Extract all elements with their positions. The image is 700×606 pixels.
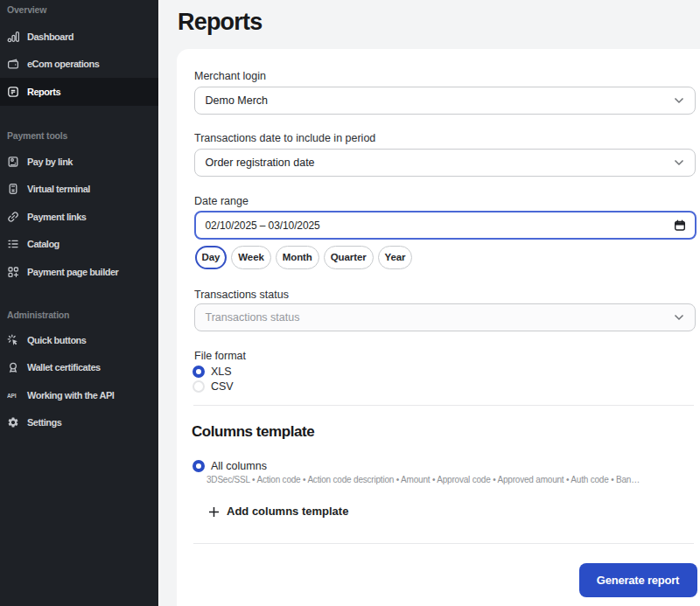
svg-text:API: API (7, 392, 17, 398)
